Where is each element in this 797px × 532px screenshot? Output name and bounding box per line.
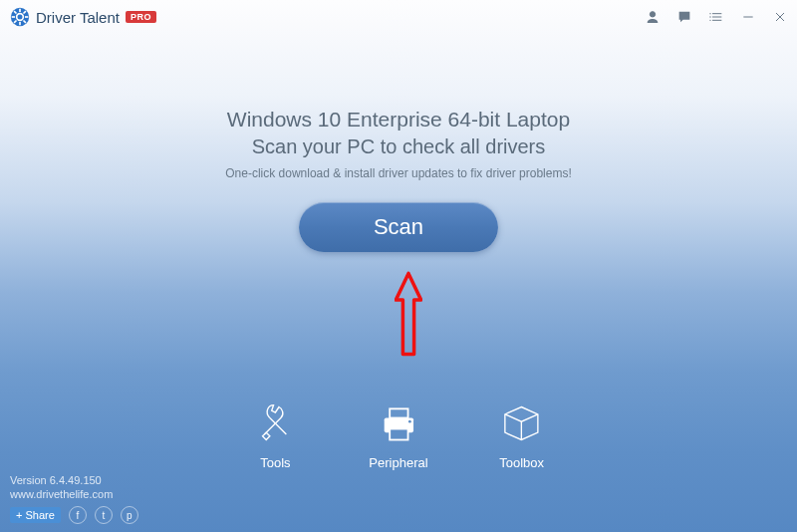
pro-badge: PRO — [126, 11, 156, 23]
list-icon[interactable] — [707, 8, 725, 26]
tools-icon — [251, 399, 299, 447]
svg-point-23 — [408, 420, 411, 423]
footer-social-row: + Share f t p — [10, 506, 138, 524]
svg-point-16 — [709, 20, 710, 21]
app-window: Driver Talent PRO Windows 10 Enterprise … — [0, 0, 797, 532]
nav-toolbox-label: Toolbox — [498, 455, 546, 470]
nav-toolbox[interactable]: Toolbox — [498, 399, 546, 470]
svg-point-10 — [650, 12, 655, 17]
chat-icon[interactable] — [675, 8, 693, 26]
website-link[interactable]: www.drivethelife.com — [10, 488, 138, 500]
cube-icon — [498, 399, 546, 447]
footer: Version 6.4.49.150 www.drivethelife.com … — [10, 474, 138, 524]
brand: Driver Talent PRO — [10, 7, 156, 27]
version-text: Version 6.4.49.150 — [10, 474, 138, 486]
nav-peripheral[interactable]: Peripheral — [369, 399, 427, 470]
app-name: Driver Talent — [36, 9, 120, 26]
printer-icon — [375, 399, 422, 447]
close-icon[interactable] — [771, 8, 789, 26]
share-label: Share — [25, 509, 54, 521]
main-panel: Windows 10 Enterprise 64-bit Laptop Scan… — [0, 108, 797, 252]
scan-button[interactable]: Scan — [299, 202, 498, 252]
annotation-arrow-icon — [395, 269, 422, 359]
hint-text: One-click download & install driver upda… — [0, 166, 797, 180]
nav-tools[interactable]: Tools — [251, 399, 299, 470]
title-actions — [644, 8, 789, 26]
svg-rect-21 — [390, 408, 407, 417]
pinterest-icon[interactable]: p — [121, 506, 138, 524]
nav-peripheral-label: Peripheral — [369, 455, 427, 470]
svg-point-15 — [709, 16, 710, 17]
nav-tools-label: Tools — [251, 455, 299, 470]
minimize-icon[interactable] — [739, 8, 757, 26]
twitter-icon[interactable]: t — [95, 506, 113, 524]
user-icon[interactable] — [644, 8, 662, 26]
gear-icon — [10, 7, 30, 27]
titlebar: Driver Talent PRO — [0, 0, 797, 32]
prompt-text: Scan your PC to check all drivers — [0, 135, 797, 158]
share-button[interactable]: + Share — [10, 507, 61, 523]
plus-icon: + — [16, 509, 22, 521]
svg-rect-22 — [390, 429, 407, 440]
facebook-icon[interactable]: f — [69, 506, 87, 524]
svg-point-14 — [709, 13, 710, 14]
bottom-nav: Tools Peripheral Toolbox — [251, 399, 545, 470]
system-info: Windows 10 Enterprise 64-bit Laptop — [0, 108, 797, 132]
